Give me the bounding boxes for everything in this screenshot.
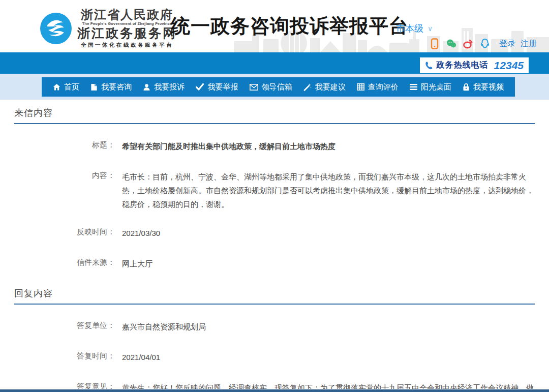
nav-item-query-evaluate[interactable]: 查询评价 <box>357 82 399 92</box>
platform-title: 统一政务咨询投诉举报平台 <box>171 13 409 39</box>
letter-content-value: 毛市长：目前，杭州、宁波、金华、湖州等地都采用了集中供地政策，而我们嘉兴市本级，… <box>122 170 539 211</box>
reply-time-value: 2021/04/01 <box>122 350 539 364</box>
header-divider <box>164 11 164 44</box>
letter-source-value: 网上大厅 <box>122 257 539 270</box>
login-link[interactable]: 登录 <box>499 39 515 49</box>
person-icon <box>143 83 150 91</box>
hotline-number: 12345 <box>494 59 524 72</box>
register-link[interactable]: 注册 <box>521 39 537 49</box>
zhejiang-logo-icon <box>40 12 72 45</box>
reply-opinion-value: 黄先生：您好！您反映的问题，经调查核实，现答复如下：为了贯彻落实党的十九届五中全… <box>122 381 539 389</box>
main-content: 来信内容 标题： 希望有关部门能及时推出集中供地政策，缓解目前土地市场热度 内容… <box>0 100 549 389</box>
nav-item-consult[interactable]: 我要咨询 <box>90 82 132 92</box>
letter-content-row: 内容： 毛市长：目前，杭州、宁波、金华、湖州等地都采用了集中供地政策，而我们嘉兴… <box>14 170 535 211</box>
reply-rows: 答复单位： 嘉兴市自然资源和规划局 答复时间： 2021/04/01 答复意见：… <box>14 320 535 389</box>
account-row: 登录 注册 <box>429 38 537 49</box>
reply-opinion-row: 答复意见： 黄先生：您好！您反映的问题，经调查核实，现答复如下：为了贯彻落实党的… <box>14 381 535 389</box>
letter-source-row: 信件来源： 网上大厅 <box>14 257 535 270</box>
nav-label: 首页 <box>64 82 79 92</box>
letter-source-label: 信件来源： <box>14 257 115 270</box>
reply-unit-label: 答复单位： <box>14 320 115 334</box>
weibo-icon[interactable] <box>463 38 474 49</box>
letter-time-row: 反映时间： 2021/03/30 <box>14 226 535 240</box>
mobile-phone-icon[interactable] <box>429 38 440 49</box>
footer-strip <box>0 389 549 392</box>
nav-label: 阳光桌面 <box>421 82 451 92</box>
nav-label: 领导信箱 <box>262 82 292 92</box>
letter-section-rule <box>14 123 535 124</box>
title-dot: · <box>382 22 385 33</box>
top-blue-bar: 政务热线电话 12345 <box>0 52 549 74</box>
reply-unit-value: 嘉兴市自然资源和规划局 <box>122 320 539 334</box>
site-name: 浙江政务服务网 <box>77 26 177 41</box>
site-tagline: 全国一体化在线政务服务平台 <box>77 41 177 48</box>
wechat-icon[interactable] <box>446 38 457 49</box>
phone-icon <box>424 61 433 70</box>
hotline-box: 政务热线电话 12345 <box>420 57 529 73</box>
chevron-down-icon: ∨ <box>428 24 433 33</box>
org-name-en: The People's Government of Zhejiang Prov… <box>77 21 177 26</box>
main-navigation: 首页 我要咨询 我要投诉 我要举报 <box>42 77 515 97</box>
site-logo[interactable]: 浙江省人民政府 The People's Government of Zheji… <box>40 8 177 48</box>
reply-unit-row: 答复单位： 嘉兴市自然资源和规划局 <box>14 320 535 334</box>
table-icon <box>357 83 364 91</box>
nav-strip: 首页 我要咨询 我要投诉 我要举报 <box>0 74 549 100</box>
nav-item-report[interactable]: 我要举报 <box>196 82 238 92</box>
nav-label: 我要投诉 <box>154 82 185 92</box>
letter-title-label: 标题： <box>14 139 115 153</box>
lock-icon <box>463 83 470 91</box>
document-icon <box>90 83 98 91</box>
header: 浙江省人民政府 The People's Government of Zheji… <box>0 0 549 52</box>
letter-content-label: 内容： <box>14 170 115 211</box>
letter-title-value: 希望有关部门能及时推出集中供地政策，缓解目前土地市场热度 <box>122 139 539 153</box>
nav-label: 我要视频 <box>473 82 504 92</box>
nav-item-video[interactable]: 我要视频 <box>463 82 504 92</box>
envelope-icon <box>250 84 258 91</box>
home-icon <box>53 83 60 91</box>
nav-item-leader-mailbox[interactable]: 领导信箱 <box>250 82 292 92</box>
org-name: 浙江省人民政府 <box>77 8 177 21</box>
region-selector-label: 市本级 <box>396 22 423 35</box>
reply-section-heading: 回复内容 <box>14 287 535 299</box>
nav-item-sunshine-desktop[interactable]: 阳光桌面 <box>410 82 451 92</box>
reply-opinion-label: 答复意见： <box>14 381 115 389</box>
letter-section-heading: 来信内容 <box>14 107 535 119</box>
region-selector[interactable]: 市本级 ∨ <box>396 22 433 35</box>
wand-icon <box>303 83 312 91</box>
nav-label: 我要咨询 <box>101 82 132 92</box>
page: 浙江省人民政府 The People's Government of Zheji… <box>0 0 549 392</box>
nav-label: 我要举报 <box>207 82 238 92</box>
nav-item-home[interactable]: 首页 <box>53 82 79 92</box>
letter-rows: 标题： 希望有关部门能及时推出集中供地政策，缓解目前土地市场热度 内容： 毛市长… <box>14 139 535 270</box>
nav-item-complaint[interactable]: 我要投诉 <box>143 82 185 92</box>
reply-time-label: 答复时间： <box>14 350 115 364</box>
nav-label: 查询评价 <box>368 82 399 92</box>
reply-time-row: 答复时间： 2021/04/01 <box>14 350 535 364</box>
reply-section-rule <box>14 304 535 305</box>
nav-item-suggestion[interactable]: 我要建议 <box>303 82 346 92</box>
letter-title-row: 标题： 希望有关部门能及时推出集中供地政策，缓解目前土地市场热度 <box>14 139 535 153</box>
check-icon <box>196 83 204 91</box>
nav-label: 我要建议 <box>315 82 346 92</box>
letter-time-label: 反映时间： <box>14 226 115 240</box>
hotline-label: 政务热线电话 <box>437 60 489 71</box>
qq-icon[interactable] <box>479 38 491 49</box>
letter-time-value: 2021/03/30 <box>122 226 539 240</box>
list-icon <box>410 84 417 90</box>
